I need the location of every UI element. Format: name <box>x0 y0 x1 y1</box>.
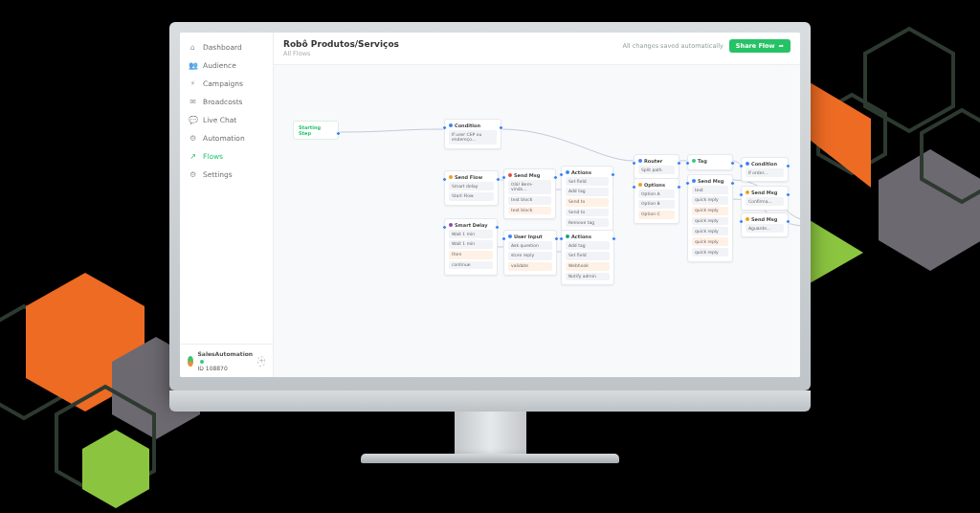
flows-icon: ↗ <box>189 152 197 161</box>
monitor-frame: ⌂Dashboard 👥Audience ⚡Campaigns ✉Broadco… <box>169 22 811 491</box>
flow-node[interactable]: ActionsSet fieldAdd tagSend toSend toRem… <box>561 166 613 232</box>
sidebar-item-label: Audience <box>203 62 236 70</box>
start-node[interactable]: Starting Step <box>293 121 339 140</box>
sidebar-item-label: Campaigns <box>203 80 243 88</box>
sidebar-item-label: Live Chat <box>203 117 236 124</box>
flow-node[interactable]: ConditionIf order... <box>741 157 789 182</box>
svg-marker-7 <box>810 82 871 188</box>
sidebar: ⌂Dashboard 👥Audience ⚡Campaigns ✉Broadco… <box>180 33 274 377</box>
sidebar-item-settings[interactable]: ⚙Settings <box>180 166 273 184</box>
share-icon: ➦ <box>779 42 784 50</box>
sidebar-item-automation[interactable]: ⚙Automation <box>180 129 273 147</box>
sidebar-item-livechat[interactable]: 💬Live Chat <box>180 111 273 129</box>
sidebar-item-label: Broadcosts <box>203 99 242 106</box>
flow-node[interactable]: RouterSplit path <box>634 154 679 179</box>
topbar: Robô Produtos/Serviços All Flows All cha… <box>274 33 800 65</box>
flow-node[interactable]: ActionsAdd tagSet fieldWebhookNotify adm… <box>561 230 614 285</box>
account-switcher[interactable]: SalesAutomation ID 108870 + <box>180 344 273 377</box>
campaigns-icon: ⚡ <box>189 79 197 88</box>
flow-node[interactable]: Tag <box>687 154 733 170</box>
svg-marker-10 <box>810 220 863 283</box>
flow-title: Robô Produtos/Serviços <box>283 39 399 49</box>
svg-marker-9 <box>922 110 980 202</box>
flow-node[interactable]: ConditionIf user CEP ou endereço... <box>444 119 501 149</box>
sidebar-nav: ⌂Dashboard 👥Audience ⚡Campaigns ✉Broadco… <box>180 33 273 344</box>
flow-node[interactable]: Send MsgConfirma... <box>741 186 789 211</box>
sidebar-item-dashboard[interactable]: ⌂Dashboard <box>180 38 273 56</box>
add-account-button[interactable]: + <box>257 356 265 367</box>
account-info: SalesAutomation ID 108870 <box>198 350 254 371</box>
flow-node[interactable]: Smart DelayWait 1 minWait 1 minthenconti… <box>444 218 498 276</box>
status-dot-online <box>200 360 204 364</box>
flow-node[interactable]: Send FlowSmart delayStart Flow <box>444 170 499 206</box>
autosave-status: All changes saved automatically <box>623 42 724 50</box>
broadcasts-icon: ✉ <box>189 98 197 106</box>
sidebar-item-label: Automation <box>203 135 245 143</box>
sidebar-item-label: Flows <box>203 153 223 161</box>
share-button[interactable]: Share Flow➦ <box>729 39 791 53</box>
flow-node[interactable]: OptionsOption AOption BOption C <box>634 178 679 224</box>
flow-canvas[interactable]: Starting Step ConditionIf user CEP ou en… <box>274 65 800 377</box>
flow-node[interactable]: Send MsgAguarde... <box>741 212 789 237</box>
flow-node[interactable]: Send Msgtextquick replyquick replyquick … <box>687 174 733 262</box>
breadcrumb[interactable]: All Flows <box>283 50 399 57</box>
flow-node[interactable]: Send MsgOlá! Bem-vindo...text blocktext … <box>503 168 556 219</box>
livechat-icon: 💬 <box>189 116 197 124</box>
automation-icon: ⚙ <box>189 134 197 143</box>
flow-node[interactable]: User InputAsk questionstore replyvalidat… <box>503 230 557 276</box>
sidebar-item-label: Settings <box>203 171 233 179</box>
main-area: Robô Produtos/Serviços All Flows All cha… <box>274 33 800 377</box>
home-icon: ⌂ <box>189 43 197 52</box>
sidebar-item-campaigns[interactable]: ⚡Campaigns <box>180 75 273 93</box>
audience-icon: 👥 <box>189 61 197 70</box>
app-screen: ⌂Dashboard 👥Audience ⚡Campaigns ✉Broadco… <box>180 33 800 377</box>
sidebar-item-audience[interactable]: 👥Audience <box>180 56 273 75</box>
svg-marker-4 <box>82 430 149 508</box>
sidebar-item-broadcasts[interactable]: ✉Broadcosts <box>180 93 273 111</box>
sidebar-item-flows[interactable]: ↗Flows <box>180 147 273 166</box>
settings-icon: ⚙ <box>189 170 197 179</box>
account-avatar <box>188 356 193 367</box>
sidebar-item-label: Dashboard <box>203 44 242 52</box>
